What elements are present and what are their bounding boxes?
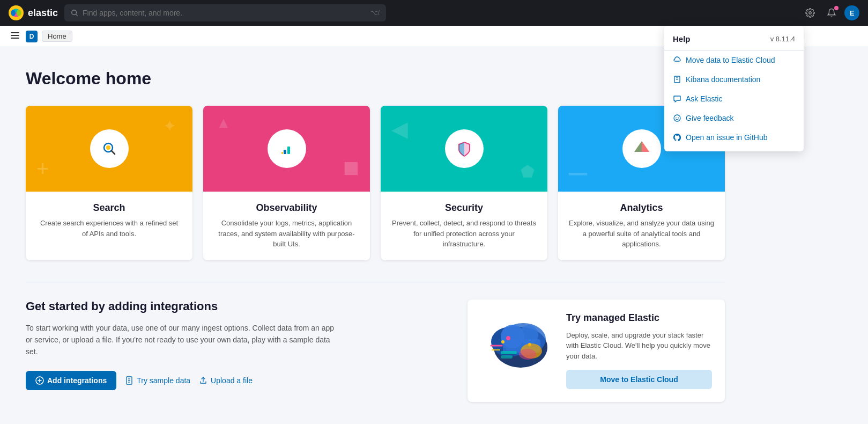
svg-rect-18 — [281, 152, 283, 154]
observability-card-header: ■ ▲ — [203, 106, 370, 192]
security-card[interactable]: ◀ ⬟ Security Prevent, collect, detect, a… — [381, 106, 547, 260]
logo-text: elastic — [28, 8, 58, 19]
svg-point-13 — [106, 145, 110, 150]
managed-illustration — [480, 312, 555, 377]
try-sample-button[interactable]: Try sample data — [125, 376, 190, 385]
action-buttons: Add integrations Try sample data — [26, 371, 455, 390]
upload-file-button[interactable]: Upload a file — [199, 376, 253, 385]
help-item-feedback[interactable]: Give feedback — [664, 108, 804, 128]
managed-content: Try managed Elastic Deploy, scale, and u… — [566, 312, 712, 390]
move-to-cloud-button[interactable]: Move to Elastic Cloud — [566, 370, 712, 389]
svg-point-36 — [501, 340, 505, 343]
analytics-card-title: Analytics — [569, 202, 714, 214]
book-icon — [673, 75, 681, 84]
svg-rect-17 — [287, 147, 290, 154]
help-dropdown: Help v 8.11.4 Move data to Elastic Cloud… — [664, 26, 804, 151]
help-dropdown-header: Help v 8.11.4 — [664, 34, 804, 50]
security-card-header: ◀ ⬟ — [381, 106, 547, 192]
search-card-header: + ✦ — [26, 106, 192, 192]
help-version: v 8.11.4 — [770, 35, 795, 43]
notification-dot — [834, 6, 839, 10]
bottom-section: Get started by adding integrations To st… — [26, 299, 725, 403]
help-item-github[interactable]: Open an issue in GitHub — [664, 128, 804, 147]
help-item-move-data[interactable]: Move data to Elastic Cloud — [664, 50, 804, 70]
managed-description: Deploy, scale, and upgrade your stack fa… — [566, 330, 712, 362]
security-card-title: Security — [391, 202, 537, 214]
try-sample-label: Try sample data — [137, 376, 190, 385]
feedback-icon — [673, 114, 681, 122]
notifications-button[interactable] — [823, 4, 840, 21]
svg-point-4 — [17, 10, 21, 16]
analytics-card-icon — [622, 129, 661, 168]
github-icon — [673, 133, 681, 142]
top-navigation: elastic ⌥/ E — [0, 0, 868, 26]
observability-card-icon — [268, 129, 306, 168]
help-item-ask[interactable]: Ask Elastic — [664, 89, 804, 108]
analytics-card-desc: Explore, visualize, and analyze your dat… — [569, 218, 714, 250]
svg-rect-10 — [11, 38, 19, 39]
global-search[interactable]: ⌥/ — [64, 4, 386, 21]
plus-circle-icon — [35, 376, 44, 385]
search-shortcut: ⌥/ — [370, 9, 380, 17]
integrations-description: To start working with your data, use one… — [26, 322, 337, 358]
managed-elastic-card: Try managed Elastic Deploy, scale, and u… — [468, 299, 725, 403]
svg-point-48 — [678, 117, 679, 118]
security-card-icon — [445, 129, 484, 168]
svg-rect-35 — [501, 355, 513, 359]
svg-point-47 — [676, 117, 677, 118]
help-item-move-data-label: Move data to Elastic Cloud — [686, 56, 775, 64]
svg-rect-9 — [11, 35, 19, 36]
security-card-desc: Prevent, collect, detect, and respond to… — [391, 218, 537, 250]
user-avatar[interactable]: E — [844, 5, 859, 20]
integrations-title: Get started by adding integrations — [26, 299, 455, 313]
solution-cards: + ✦ Search Create search experiences wit… — [26, 106, 725, 260]
cloud-icon — [673, 56, 681, 64]
svg-rect-16 — [284, 150, 286, 154]
upload-file-label: Upload a file — [211, 376, 253, 385]
search-card[interactable]: + ✦ Search Create search experiences wit… — [26, 106, 192, 260]
add-integrations-label: Add integrations — [47, 376, 107, 385]
help-item-docs-label: Kibana documentation — [686, 75, 760, 84]
svg-point-3 — [11, 10, 16, 16]
main-content: Welcome home + ✦ Search Create search — [0, 47, 751, 423]
integrations-section: Get started by adding integrations To st… — [26, 299, 455, 390]
svg-point-15 — [277, 138, 297, 159]
search-card-desc: Create search experiences with a refined… — [36, 218, 182, 239]
svg-point-46 — [674, 115, 680, 121]
observability-card-desc: Consolidate your logs, metrics, applicat… — [214, 218, 359, 250]
settings-button[interactable] — [802, 4, 819, 21]
svg-rect-34 — [501, 351, 517, 354]
svg-point-40 — [519, 349, 536, 360]
observability-card-title: Observability — [214, 202, 359, 214]
svg-point-7 — [809, 12, 812, 14]
observability-card[interactable]: ■ ▲ Observability Consolidate your logs,… — [203, 106, 370, 260]
home-breadcrumb[interactable]: Home — [42, 31, 72, 42]
help-item-docs[interactable]: Kibana documentation — [664, 70, 804, 89]
hamburger-button[interactable] — [9, 29, 21, 44]
search-icon — [71, 9, 78, 17]
search-card-icon — [90, 129, 129, 168]
welcome-title: Welcome home — [26, 69, 725, 89]
help-title: Help — [673, 34, 691, 43]
svg-line-6 — [76, 14, 78, 16]
gear-icon — [805, 8, 815, 18]
breadcrumb-badge: D — [26, 31, 38, 42]
nav-icons: E — [802, 4, 859, 21]
svg-rect-8 — [11, 32, 19, 33]
chat-icon — [673, 94, 681, 103]
help-item-feedback-label: Give feedback — [686, 114, 734, 122]
search-card-title: Search — [36, 202, 182, 214]
managed-title: Try managed Elastic — [566, 312, 712, 324]
add-integrations-button[interactable]: Add integrations — [26, 371, 116, 390]
section-divider — [26, 282, 725, 282]
search-input[interactable] — [83, 9, 366, 17]
help-item-ask-label: Ask Elastic — [686, 94, 722, 103]
document-icon — [125, 376, 133, 385]
menu-icon — [11, 31, 19, 40]
upload-icon — [199, 376, 207, 385]
svg-point-37 — [506, 336, 510, 340]
elastic-logo-icon — [9, 5, 24, 20]
elastic-logo[interactable]: elastic — [9, 5, 58, 20]
help-item-github-label: Open an issue in GitHub — [686, 133, 768, 142]
